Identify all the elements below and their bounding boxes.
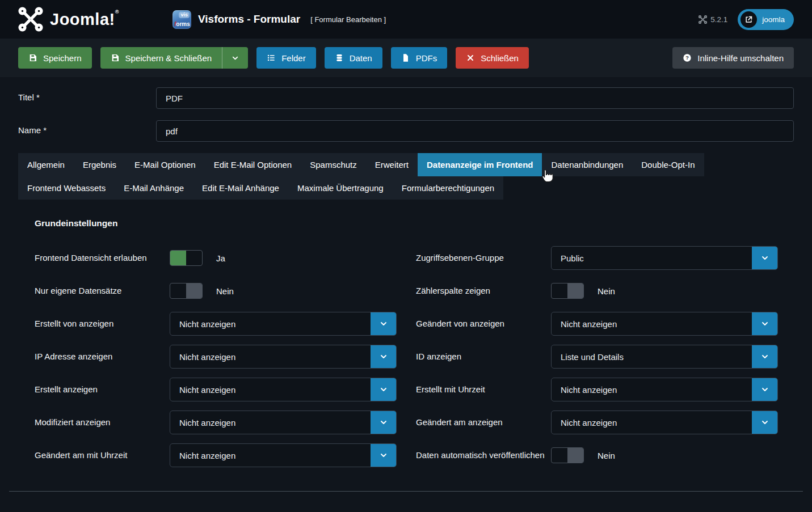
close-button[interactable]: Schließen	[456, 47, 529, 69]
select-value: Public	[552, 247, 752, 269]
field-erstellt-anzeigen: Erstellt anzeigen Nicht anzeigen	[35, 373, 397, 406]
toggle-half-left	[552, 283, 567, 298]
field-control: Nein	[170, 283, 397, 299]
field-label: Zählerspalte zeigen	[416, 284, 551, 298]
pdfs-button[interactable]: PDFs	[391, 47, 448, 69]
joomla-knot-icon	[18, 7, 43, 32]
tab-formularberechtigungen[interactable]: Formularberechtigungen	[393, 176, 503, 200]
tab-datenanbindungen[interactable]: Datenanbindungen	[542, 153, 632, 176]
tab-spamschutz[interactable]: Spamschutz	[301, 153, 366, 176]
select-value: Nicht anzeigen	[552, 312, 752, 335]
inline-help-toggle-button[interactable]: ? Inline-Hilfe umschalten	[672, 47, 794, 69]
toggle-half-right	[567, 283, 583, 298]
select-id-anzeigen[interactable]: Liste und Details	[551, 345, 778, 369]
field-label: Frontend Datensicht erlauben	[35, 251, 170, 265]
chevron-down-icon	[752, 345, 778, 369]
field-ge-ndert-am-mit-uhrzeit: Geändert am mit Uhrzeit Nicht anzeigen	[35, 439, 397, 472]
data-button[interactable]: Daten	[325, 47, 382, 69]
select-ip-adresse-anzeigen[interactable]: Nicht anzeigen	[170, 345, 397, 369]
tab-e-mail-anh-nge[interactable]: E-Mail Anhänge	[115, 176, 193, 200]
select-erstellt-von-anzeigen[interactable]: Nicht anzeigen	[170, 312, 397, 336]
field-label: Geändert am mit Uhrzeit	[35, 448, 170, 462]
title-input[interactable]	[156, 87, 794, 109]
joomla-user-button[interactable]: joomla	[738, 9, 794, 30]
toggle-frontend-datensicht-erlauben[interactable]	[170, 250, 203, 266]
field-zugriffsebenen-gruppe: Zugriffsebenen-Gruppe Public	[416, 242, 778, 274]
toggle-half-right	[567, 448, 583, 463]
field-id-anzeigen: ID anzeigen Liste und Details	[416, 340, 778, 373]
toggle-half-left	[170, 283, 186, 298]
select-zugriffsebenen-gruppe[interactable]: Public	[551, 246, 778, 270]
tab-allgemein[interactable]: Allgemein	[18, 153, 74, 176]
select-ge-ndert-am-anzeigen[interactable]: Nicht anzeigen	[551, 411, 778, 434]
toggle-half-left	[552, 448, 567, 463]
chevron-down-icon	[371, 378, 397, 401]
field-control: Nicht anzeigen	[170, 411, 397, 434]
select-value: Nicht anzeigen	[552, 378, 752, 401]
field-daten-automatisch-ver-ffentlichen: Daten automatisch veröffentlichen Nein	[416, 439, 778, 472]
toggle-value-label: Nein	[216, 286, 234, 296]
tab-erweitert[interactable]: Erweitert	[366, 153, 418, 176]
name-input[interactable]	[156, 120, 794, 142]
field-modifiziert-anzeigen: Modifiziert anzeigen Nicht anzeigen	[35, 406, 397, 439]
question-circle-icon: ?	[683, 53, 692, 62]
form-head: Titel * Name *	[0, 77, 812, 142]
tab-edit-e-mail-anh-nge[interactable]: Edit E-Mail Anhänge	[193, 176, 288, 200]
field-z-hlerspalte-zeigen: Zählerspalte zeigen Nein	[416, 274, 778, 307]
toggle-wrap: Nein	[551, 283, 778, 299]
tab-frontend-webassets[interactable]: Frontend Webassets	[18, 176, 115, 200]
toggle-nur-eigene-datens-tze[interactable]	[170, 283, 203, 299]
select-modifiziert-anzeigen[interactable]: Nicht anzeigen	[170, 411, 397, 434]
toggle-daten-automatisch-ver-ffentlichen[interactable]	[551, 447, 584, 463]
section-heading: Grundeinstellungen	[35, 218, 777, 229]
list-icon	[267, 53, 276, 62]
select-value: Nicht anzeigen	[170, 444, 371, 467]
field-ip-adresse-anzeigen: IP Adresse anzeigen Nicht anzeigen	[35, 340, 397, 373]
database-icon	[335, 53, 344, 62]
save-icon	[111, 53, 120, 62]
field-erstellt-von-anzeigen: Erstellt von anzeigen Nicht anzeigen	[35, 307, 397, 340]
field-control: Public	[551, 246, 778, 270]
field-ge-ndert-am-anzeigen: Geändert am anzeigen Nicht anzeigen	[416, 406, 778, 439]
field-control: Nicht anzeigen	[170, 312, 397, 336]
toggle-value-label: Nein	[598, 451, 615, 460]
field-control: Nein	[551, 283, 778, 299]
toggle-z-hlerspalte-zeigen[interactable]	[551, 283, 584, 299]
save-button[interactable]: Speichern	[18, 47, 92, 69]
joomla-version: 5.2.1	[699, 15, 727, 24]
tab-double-opt-in[interactable]: Double-Opt-In	[632, 153, 704, 176]
select-value: Liste und Details	[552, 345, 752, 368]
field-control: Nicht anzeigen	[170, 443, 397, 467]
page-title: Visforms - Formular	[198, 13, 300, 26]
tab-ergebnis[interactable]: Ergebnis	[74, 153, 125, 176]
toggle-wrap: Nein	[170, 283, 397, 299]
save-close-dropdown-toggle[interactable]	[222, 47, 248, 69]
select-erstellt-anzeigen[interactable]: Nicht anzeigen	[170, 378, 397, 401]
toggle-value-label: Ja	[216, 253, 225, 263]
tab-e-mail-optionen[interactable]: E-Mail Optionen	[125, 153, 205, 176]
fields-column-left: Frontend Datensicht erlauben Ja Nur eige…	[35, 242, 397, 472]
tab-edit-e-mail-optionen[interactable]: Edit E-Mail Optionen	[205, 153, 301, 176]
joomla-wordmark: Joomla!®	[50, 10, 119, 29]
svg-text:?: ?	[685, 55, 689, 61]
select-ge-ndert-am-mit-uhrzeit[interactable]: Nicht anzeigen	[170, 443, 397, 467]
chevron-down-icon	[752, 411, 778, 434]
toggle-half-right	[186, 283, 202, 298]
select-ge-ndert-von-anzeigen[interactable]: Nicht anzeigen	[551, 312, 778, 336]
field-control: Nicht anzeigen	[170, 378, 397, 401]
chevron-down-icon	[371, 411, 397, 434]
tab-datenanzeige-im-frontend[interactable]: Datenanzeige im Frontend	[418, 153, 542, 176]
select-erstellt-mit-uhrzeit[interactable]: Nicht anzeigen	[551, 378, 778, 401]
field-control: Nein	[551, 447, 778, 463]
save-close-button[interactable]: Speichern & Schließen	[100, 47, 222, 69]
field-erstellt-mit-uhrzeit: Erstellt mit Uhrzeit Nicht anzeigen	[416, 373, 778, 406]
title-field-label: Titel *	[18, 87, 156, 102]
chevron-down-icon	[231, 54, 239, 62]
page-subtitle: [ Formular Bearbeiten ]	[310, 15, 386, 24]
tab-maximale-bertragung[interactable]: Maximale Übertragung	[288, 176, 393, 200]
fields-button[interactable]: Felder	[256, 47, 316, 69]
page-title-block: vis forms Visforms - Formular [ Formular…	[173, 10, 386, 29]
field-label: Erstellt von anzeigen	[35, 317, 170, 331]
field-ge-ndert-von-anzeigen: Geändert von anzeigen Nicht anzeigen	[416, 307, 778, 340]
field-frontend-datensicht-erlauben: Frontend Datensicht erlauben Ja	[35, 242, 397, 274]
